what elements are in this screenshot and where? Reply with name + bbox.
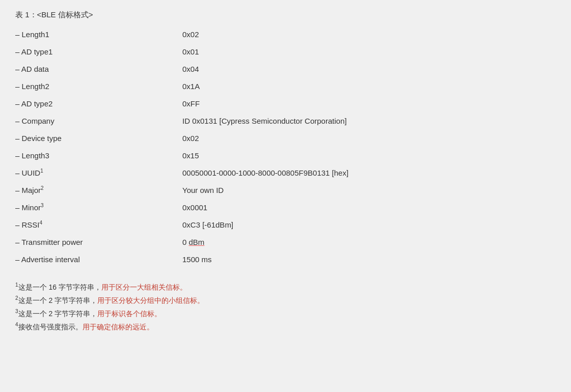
table-row: – Major2Your own ID xyxy=(15,182,556,199)
table-row: – AD type10x01 xyxy=(15,43,556,61)
row-value: 1500 ms xyxy=(178,251,556,268)
row-value: 0xC3 [-61dBm] xyxy=(178,216,556,234)
row-label: – AD data xyxy=(15,61,178,78)
table-row: – AD data0x04 xyxy=(15,61,556,78)
row-value: 00050001-0000-1000-8000-00805F9B0131 [he… xyxy=(178,164,556,182)
row-value: 0xFF xyxy=(178,95,556,113)
row-value: 0 dBm xyxy=(178,234,556,251)
table-row: – AD type20xFF xyxy=(15,95,556,113)
table-row: – Device type0x02 xyxy=(15,130,556,147)
table-row: – RSSI40xC3 [-61dBm] xyxy=(15,216,556,234)
row-label: – Minor3 xyxy=(15,199,178,216)
row-value: Your own ID xyxy=(178,182,556,199)
footnote-line: 4接收信号强度指示。用于确定信标的远近。 xyxy=(15,320,556,333)
footnote-line: 1这是一个 16 字节字符串，用于区分一大组相关信标。 xyxy=(15,281,556,294)
row-value: 0x0001 xyxy=(178,199,556,216)
row-value: ID 0x0131 [Cypress Semiconductor Corpora… xyxy=(178,113,556,130)
row-value: 0x02 xyxy=(178,130,556,147)
row-label: – RSSI4 xyxy=(15,216,178,234)
row-value: 0x1A xyxy=(178,78,556,95)
row-label: – Major2 xyxy=(15,182,178,199)
table-row: – Length10x02 xyxy=(15,26,556,43)
table-row: – Length20x1A xyxy=(15,78,556,95)
table-row: – Minor30x0001 xyxy=(15,199,556,216)
row-label: – Device type xyxy=(15,130,178,147)
row-label: – AD type1 xyxy=(15,43,178,61)
footnotes-section: 1这是一个 16 字节字符串，用于区分一大组相关信标。2这是一个 2 字节字符串… xyxy=(15,281,556,333)
row-label: – Transmitter power xyxy=(15,234,178,251)
row-label: – Advertise interval xyxy=(15,251,178,268)
footnote-line: 2这是一个 2 字节字符串，用于区分较大分组中的小组信标。 xyxy=(15,294,556,307)
table-row: – Length30x15 xyxy=(15,147,556,164)
row-value: 0x15 xyxy=(178,147,556,164)
table-row: – Transmitter power0 dBm xyxy=(15,234,556,251)
table-title: 表 1：<BLE 信标格式> xyxy=(15,10,556,20)
row-label: – UUID1 xyxy=(15,164,178,182)
table-row: – UUID100050001-0000-1000-8000-00805F9B0… xyxy=(15,164,556,182)
footnote-line: 3这是一个 2 字节字符串，用于标识各个信标。 xyxy=(15,307,556,320)
table-row: – Advertise interval1500 ms xyxy=(15,251,556,268)
row-label: – Length1 xyxy=(15,26,178,43)
page-wrapper: 表 1：<BLE 信标格式> – Length10x02– AD type10x… xyxy=(15,10,556,333)
row-label: – Company xyxy=(15,113,178,130)
table-row: – CompanyID 0x0131 [Cypress Semiconducto… xyxy=(15,113,556,130)
ble-format-table: – Length10x02– AD type10x01– AD data0x04… xyxy=(15,26,556,268)
row-label: – Length2 xyxy=(15,78,178,95)
row-label: – AD type2 xyxy=(15,95,178,113)
row-value: 0x04 xyxy=(178,61,556,78)
row-value: 0x01 xyxy=(178,43,556,61)
row-value: 0x02 xyxy=(178,26,556,43)
row-label: – Length3 xyxy=(15,147,178,164)
